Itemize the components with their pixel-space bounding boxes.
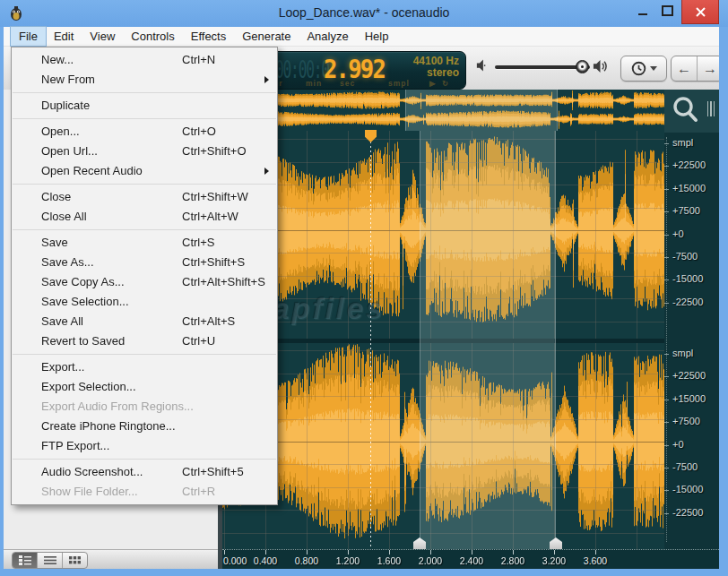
menubar-item-analyze[interactable]: Analyze bbox=[299, 27, 356, 46]
view-list-button[interactable] bbox=[37, 553, 62, 568]
menu-separator bbox=[13, 92, 276, 93]
menu-item-label: Save All bbox=[41, 312, 83, 331]
menu-item-open[interactable]: Open...Ctrl+O bbox=[12, 122, 277, 142]
axis-label: +15000 bbox=[672, 183, 706, 193]
axis-label: +0 bbox=[672, 439, 684, 450]
view-details-button[interactable] bbox=[13, 553, 37, 568]
menu-item-export[interactable]: Export... bbox=[12, 357, 277, 377]
menu-item-new-from[interactable]: New From bbox=[12, 70, 277, 90]
playback-timer-button[interactable] bbox=[620, 56, 667, 82]
menu-item-shortcut: Ctrl+Shift+5 bbox=[182, 462, 244, 482]
time-ruler[interactable]: 0.0000.4000.8001.2001.6002.0002.4002.800… bbox=[222, 549, 719, 569]
menu-item-label: Save Copy As... bbox=[41, 272, 125, 292]
axis-label: -22500 bbox=[672, 507, 703, 518]
menu-item-shortcut: Ctrl+Shift+O bbox=[182, 142, 247, 161]
time-display: 00:00:0 2.992 44100 Hz stereo hrminsecsm… bbox=[269, 51, 466, 90]
menubar-item-file[interactable]: File bbox=[11, 27, 46, 46]
menu-item-revert-to-saved[interactable]: Revert to SavedCtrl+U bbox=[12, 331, 277, 351]
axis-label: -22500 bbox=[672, 297, 703, 307]
maximize-button[interactable] bbox=[655, 0, 679, 21]
menu-separator bbox=[13, 229, 276, 230]
menu-item-audio-screenshot[interactable]: Audio Screenshot...Ctrl+Shift+5 bbox=[12, 462, 277, 482]
overview-selection[interactable] bbox=[405, 90, 558, 131]
menu-item-label: Save Selection... bbox=[41, 292, 129, 312]
panel-grip-icon[interactable] bbox=[707, 101, 715, 116]
menu-item-close-all[interactable]: Close AllCtrl+Alt+W bbox=[12, 207, 277, 227]
axis-label: smpl bbox=[672, 137, 693, 148]
menu-item-duplicate[interactable]: Duplicate bbox=[12, 96, 277, 116]
menubar-item-edit[interactable]: Edit bbox=[46, 27, 82, 46]
volume-high-icon[interactable] bbox=[593, 59, 608, 73]
menu-item-new[interactable]: New...Ctrl+N bbox=[12, 50, 277, 70]
axis-tick bbox=[664, 211, 669, 212]
menu-item-label: Export Selection... bbox=[41, 377, 136, 397]
axis-tick bbox=[664, 279, 669, 280]
menubar-item-controls[interactable]: Controls bbox=[123, 27, 182, 46]
menu-item-open-url[interactable]: Open Url...Ctrl+Shift+O bbox=[12, 142, 277, 161]
menu-item-label: New From bbox=[41, 70, 95, 90]
menu-item-shortcut: Ctrl+Shift+W bbox=[182, 187, 248, 207]
menu-item-save-selection[interactable]: Save Selection... bbox=[12, 292, 277, 312]
ruler-label: 2.400 bbox=[460, 555, 483, 566]
axis-tick bbox=[664, 490, 669, 491]
volume-slider-knob[interactable] bbox=[576, 60, 589, 73]
menu-item-label: Revert to Saved bbox=[41, 331, 125, 351]
menu-item-save-all[interactable]: Save AllCtrl+Alt+S bbox=[12, 312, 277, 331]
axis-tick bbox=[664, 445, 669, 446]
menu-item-shortcut: Ctrl+N bbox=[182, 50, 215, 70]
menu-separator bbox=[13, 459, 276, 460]
menu-item-label: Open Url... bbox=[41, 142, 98, 161]
time-unit-labels: hrminsecsmpl▶↻ bbox=[270, 79, 465, 88]
menu-item-label: Close All bbox=[41, 207, 87, 227]
ruler-label: 1.600 bbox=[377, 555, 401, 566]
application-window: Loop_Dance.wav* - ocenaudio FileEditView… bbox=[0, 0, 728, 576]
axis-label: -7500 bbox=[672, 461, 698, 472]
selection-region[interactable] bbox=[420, 131, 556, 549]
waveform-editor[interactable]: Snapfiles 0.0000.4000.8001.2001.6002.000… bbox=[222, 90, 719, 569]
magnifier-icon[interactable] bbox=[671, 95, 701, 125]
ruler-tick bbox=[513, 550, 514, 555]
view-grid-button[interactable] bbox=[62, 553, 87, 568]
time-unit-smpl: smpl bbox=[388, 79, 410, 88]
list-view-icon bbox=[44, 555, 56, 565]
volume-low-icon[interactable] bbox=[476, 59, 489, 72]
menubar-item-effects[interactable]: Effects bbox=[183, 27, 235, 46]
menu-item-show-file-folder: Show File Folder...Ctrl+R bbox=[12, 482, 277, 502]
menu-item-open-recent-audio[interactable]: Open Recent Audio bbox=[12, 161, 277, 181]
back-button[interactable]: ← bbox=[672, 56, 698, 81]
menu-item-shortcut: Ctrl+S bbox=[182, 233, 214, 253]
time-unit-min: min bbox=[306, 79, 322, 88]
titlebar[interactable]: Loop_Dance.wav* - ocenaudio bbox=[0, 0, 728, 27]
ruler-tick bbox=[595, 550, 596, 555]
window-border-bottom bbox=[0, 569, 728, 576]
menu-item-save-as[interactable]: Save As...Ctrl+Shift+S bbox=[12, 253, 277, 272]
menu-item-ftp-export[interactable]: FTP Export... bbox=[12, 436, 277, 456]
menubar-item-help[interactable]: Help bbox=[357, 27, 397, 46]
navigation-buttons: ← → bbox=[671, 56, 724, 82]
loop-indicator-icon: ↻ bbox=[442, 79, 448, 88]
minimize-button[interactable] bbox=[631, 0, 654, 21]
view-mode-buttons bbox=[12, 552, 88, 569]
ruler-label: 3.200 bbox=[542, 555, 566, 566]
axis-label: -7500 bbox=[672, 251, 698, 262]
menu-item-save-copy-as[interactable]: Save Copy As...Ctrl+Alt+Shift+S bbox=[12, 272, 277, 292]
ruler-tick bbox=[348, 550, 349, 555]
axis-tick bbox=[664, 400, 669, 400]
ruler-label: 1.200 bbox=[336, 555, 360, 566]
menu-item-shortcut: Ctrl+Shift+S bbox=[182, 253, 245, 272]
axis-tick bbox=[664, 143, 669, 144]
menubar-item-generate[interactable]: Generate bbox=[234, 27, 299, 46]
axis-label: +0 bbox=[672, 228, 684, 239]
menu-item-close[interactable]: CloseCtrl+Shift+W bbox=[12, 187, 277, 207]
axis-label: +7500 bbox=[672, 416, 700, 426]
playhead-line bbox=[370, 142, 371, 549]
menu-item-save[interactable]: SaveCtrl+S bbox=[12, 233, 277, 253]
menubar-item-view[interactable]: View bbox=[82, 27, 123, 46]
close-button[interactable] bbox=[681, 0, 719, 24]
menu-item-label: Open Recent Audio bbox=[41, 161, 143, 181]
menu-item-export-selection[interactable]: Export Selection... bbox=[12, 377, 277, 397]
menu-item-create-iphone-ringtone[interactable]: Create iPhone Ringtone... bbox=[12, 417, 277, 436]
menu-item-label: Audio Screenshot... bbox=[41, 462, 143, 482]
axis-tick bbox=[664, 189, 669, 190]
zoom-tool-area bbox=[664, 90, 719, 133]
